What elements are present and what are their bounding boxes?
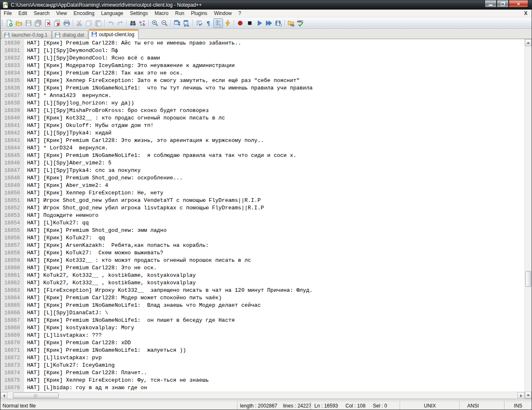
line-text: HAT] Подождите немного <box>24 212 99 219</box>
line-number: 16859 <box>0 257 24 264</box>
scroll-down-button[interactable] <box>525 392 532 399</box>
vertical-scrollbar-thumb[interactable] <box>525 271 531 287</box>
line-text: HAT] * LorD324 вернулся. <box>24 144 108 152</box>
log-line: 16833HAT] [Крик] Модератор IceyGaming: Э… <box>0 62 525 70</box>
scroll-down-icon <box>527 395 530 398</box>
menu-edit[interactable]: Edit <box>15 10 30 17</box>
menu-help[interactable]: ? <box>235 10 245 17</box>
indent-guide-icon[interactable] <box>213 18 223 28</box>
log-line: 16857HAT] [Крик] ArsenKazakh: Ребята,как… <box>0 242 525 249</box>
new-file-icon[interactable] <box>5 18 14 28</box>
menu-plugins[interactable]: Plugins <box>188 10 210 17</box>
close-button[interactable]: × <box>509 0 528 7</box>
close-file-icon[interactable] <box>43 18 52 28</box>
toolbar-separator <box>73 20 73 27</box>
macro-save-icon[interactable] <box>274 18 283 28</box>
menu-search[interactable]: Search <box>30 10 53 17</box>
line-text: HAT] [L][Spy]log_horizon: ну да)) <box>24 99 134 107</box>
zoom-in-icon[interactable] <box>150 18 160 28</box>
close-all-icon[interactable] <box>52 18 62 28</box>
vertical-scrollbar[interactable] <box>525 39 532 399</box>
editor-lines[interactable]: 16830HAT] [Крик] Premium Carl228: Айс ты… <box>0 39 525 392</box>
log-line: 16870HAT] [Крик] Premium Carl228: xDD <box>0 339 525 347</box>
log-line: 16840HAT] [Крик] Kot332__ : кто продас о… <box>0 114 525 122</box>
status-bar: Normal text file length : 2002867 lines … <box>0 401 532 410</box>
toolbar-grip[interactable] <box>1 19 3 27</box>
macro-stop-icon[interactable] <box>245 18 255 28</box>
line-text: HAT] [L]lisvtapkax: pvp <box>24 354 101 362</box>
line-number: 16858 <box>0 249 24 257</box>
undo-icon[interactable] <box>106 18 116 28</box>
scroll-right-button[interactable] <box>517 392 525 399</box>
menu-view[interactable]: View <box>53 10 70 17</box>
line-text: HAT] [FireException] Игроку Kot332__ зап… <box>24 287 313 294</box>
horizontal-scrollbar[interactable] <box>0 392 525 399</box>
line-number: 16876 <box>0 384 24 392</box>
line-number: 16842 <box>0 129 24 137</box>
line-number: 16864 <box>0 294 24 302</box>
line-number: 16844 <box>0 144 24 152</box>
tab-output-client.log[interactable]: output-client.log <box>89 29 139 39</box>
menu-settings[interactable]: Settings <box>126 10 151 17</box>
log-line: 16831HAT] [L][Spy]DeymondCool: Пф <box>0 47 525 55</box>
log-line: 16850HAT] [Крик] Хелпер FireException: Н… <box>0 189 525 197</box>
menu-close-document-button[interactable]: X <box>524 10 527 16</box>
find-icon[interactable] <box>128 18 138 28</box>
menu-encoding[interactable]: Encoding <box>70 10 98 17</box>
file-icon <box>4 32 10 38</box>
tab-launcher-0.log.1[interactable]: launcher-0.log.1 <box>1 30 52 39</box>
menu-language[interactable]: Language <box>98 10 126 17</box>
status-column: Col : 108 <box>346 403 366 409</box>
line-text: HAT] [Крик] KoTuk27: qq <box>24 234 105 242</box>
spell-check-icon[interactable] <box>296 18 305 28</box>
scroll-left-button[interactable] <box>0 392 7 399</box>
log-line: 16836HAT] [Крик] Premium 1NoGameNoLife1:… <box>0 84 525 92</box>
line-number: 16854 <box>0 219 24 227</box>
title-bar[interactable]: C:\Users\Александр\AppData\Roaming\.vime… <box>0 0 532 10</box>
copy-icon[interactable] <box>84 18 94 28</box>
macro-play-icon[interactable] <box>255 18 264 28</box>
redo-icon[interactable] <box>116 18 125 28</box>
log-line: 16845HAT] [Крик] Premium 1NoGameNoLife1:… <box>0 152 525 159</box>
replace-icon[interactable] <box>138 18 147 28</box>
status-insert-mode[interactable]: INS <box>514 403 522 409</box>
sync-vertical-icon[interactable] <box>172 18 182 28</box>
folder-link-icon[interactable] <box>286 18 296 28</box>
menu-run[interactable]: Run <box>172 10 188 17</box>
menu-file[interactable]: File <box>0 10 15 17</box>
horizontal-scrollbar-thumb[interactable] <box>13 393 59 398</box>
line-text: HAT] [Крик] Premium Shot_god_new: эмм ла… <box>24 227 166 234</box>
status-eol-format[interactable]: UNIX <box>424 403 436 409</box>
restore-button[interactable] <box>497 0 509 7</box>
macro-record-icon[interactable] <box>235 18 245 28</box>
show-all-chars-icon[interactable] <box>204 18 213 28</box>
sync-horizontal-icon[interactable] <box>182 18 191 28</box>
minimize-button[interactable] <box>485 0 497 7</box>
log-line: 16871HAT] [Крик] Premium 1NoGameNoLife1:… <box>0 347 525 354</box>
save-all-icon[interactable] <box>33 18 43 28</box>
zoom-out-icon[interactable] <box>160 18 169 28</box>
open-file-icon[interactable] <box>14 18 24 28</box>
close-icon: × <box>517 1 520 7</box>
paste-icon[interactable] <box>94 18 103 28</box>
file-icon <box>54 32 61 38</box>
line-number: 16867 <box>0 317 24 324</box>
log-line: 16837HAT] * Anna1423 вернулся. <box>0 92 525 99</box>
line-number: 16838 <box>0 99 24 107</box>
scroll-up-button[interactable] <box>525 39 532 46</box>
macro-run-multi-icon[interactable] <box>264 18 274 28</box>
status-encoding[interactable]: ANSI <box>467 403 479 409</box>
menu-window[interactable]: Window <box>210 10 235 17</box>
line-number: 16872 <box>0 354 24 362</box>
tab-dialog.dat[interactable]: dialog.dat <box>52 30 88 39</box>
word-wrap-icon[interactable] <box>194 18 204 28</box>
notepad-plus-plus-window: C:\Users\Александр\AppData\Roaming\.vime… <box>0 0 532 410</box>
save-icon[interactable] <box>24 18 33 28</box>
line-number: 16837 <box>0 92 24 99</box>
line-text: HAT] [Крик] Premium 1NoGameNoLife1: жалу… <box>24 347 186 354</box>
menu-macro[interactable]: Macro <box>151 10 172 17</box>
print-icon[interactable] <box>62 18 72 28</box>
line-number: 16871 <box>0 347 24 354</box>
user-dialog-icon[interactable] <box>223 18 233 28</box>
cut-icon[interactable] <box>74 18 84 28</box>
